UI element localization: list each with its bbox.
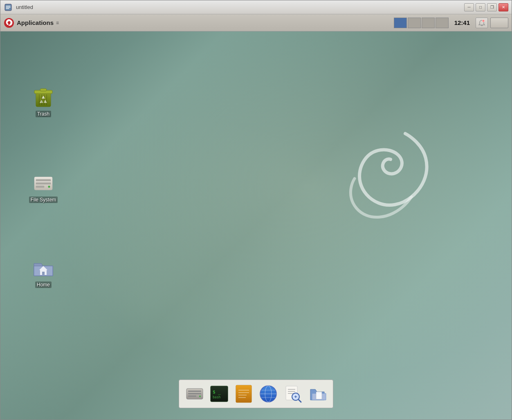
trash-icon[interactable]: Trash xyxy=(25,85,62,119)
home-icon[interactable]: Home xyxy=(25,255,62,290)
svg-point-2 xyxy=(482,20,485,22)
applications-menu[interactable]: Applications xyxy=(17,19,54,26)
svg-point-16 xyxy=(48,186,50,188)
svg-text:$ _: $ _ xyxy=(213,389,221,395)
debian-swirl-watermark xyxy=(340,121,446,244)
svg-rect-14 xyxy=(36,183,51,184)
workspace-1[interactable] xyxy=(394,18,407,28)
dock-files[interactable] xyxy=(307,383,328,404)
workspace-3[interactable] xyxy=(422,18,435,28)
svg-rect-30 xyxy=(236,385,252,402)
trash-label: Trash xyxy=(36,111,51,117)
svg-rect-23 xyxy=(188,395,196,397)
svg-rect-6 xyxy=(40,89,47,91)
top-panel: Applications ≡ 12:41 xyxy=(0,14,512,31)
minimize-button[interactable]: ─ xyxy=(464,3,474,11)
dock-drive[interactable] xyxy=(184,383,205,404)
svg-text:bash: bash xyxy=(213,395,220,399)
svg-rect-22 xyxy=(188,393,201,394)
svg-rect-13 xyxy=(36,179,51,181)
trash-icon-image xyxy=(32,86,55,109)
svg-rect-21 xyxy=(188,391,201,392)
desktop: Trash xyxy=(0,31,512,420)
svg-line-47 xyxy=(299,400,301,402)
window-chrome: untitled ─ □ ❐ ✕ Applications ≡ 12: xyxy=(0,0,512,420)
filesystem-icon[interactable]: File System xyxy=(25,170,62,205)
title-bar: untitled ─ □ ❐ ✕ xyxy=(0,0,512,14)
svg-rect-15 xyxy=(36,186,44,188)
svg-rect-19 xyxy=(42,272,45,275)
title-bar-left: untitled xyxy=(4,3,33,12)
window-menu-icon[interactable] xyxy=(4,3,13,12)
svg-rect-4 xyxy=(36,93,51,107)
filesystem-icon-image xyxy=(32,172,55,195)
dock-viewer[interactable] xyxy=(282,383,303,404)
home-icon-image xyxy=(32,257,55,280)
panel-clock[interactable]: 12:41 xyxy=(451,19,473,26)
svg-point-24 xyxy=(199,395,201,397)
bottom-dock: $ _ bash xyxy=(179,380,333,408)
restore-button[interactable]: ❐ xyxy=(487,3,497,11)
svg-rect-50 xyxy=(316,392,322,399)
workspace-4[interactable] xyxy=(436,18,449,28)
panel-menu-icon[interactable]: ≡ xyxy=(56,20,59,26)
filesystem-label: File System xyxy=(29,197,58,203)
close-button[interactable]: ✕ xyxy=(499,3,508,11)
window-title: untitled xyxy=(16,4,33,10)
home-label: Home xyxy=(35,281,52,288)
workspace-switcher xyxy=(394,18,449,28)
dock-terminal[interactable]: $ _ bash xyxy=(209,383,230,404)
workspace-2[interactable] xyxy=(408,18,421,28)
user-menu-button[interactable] xyxy=(490,18,508,28)
notification-icon[interactable] xyxy=(476,18,488,28)
dock-notes[interactable] xyxy=(233,383,254,404)
debian-logo[interactable] xyxy=(4,18,14,28)
dock-browser[interactable] xyxy=(258,383,279,404)
maximize-button[interactable]: □ xyxy=(476,3,485,11)
title-bar-buttons: ─ □ ❐ ✕ xyxy=(464,3,508,11)
